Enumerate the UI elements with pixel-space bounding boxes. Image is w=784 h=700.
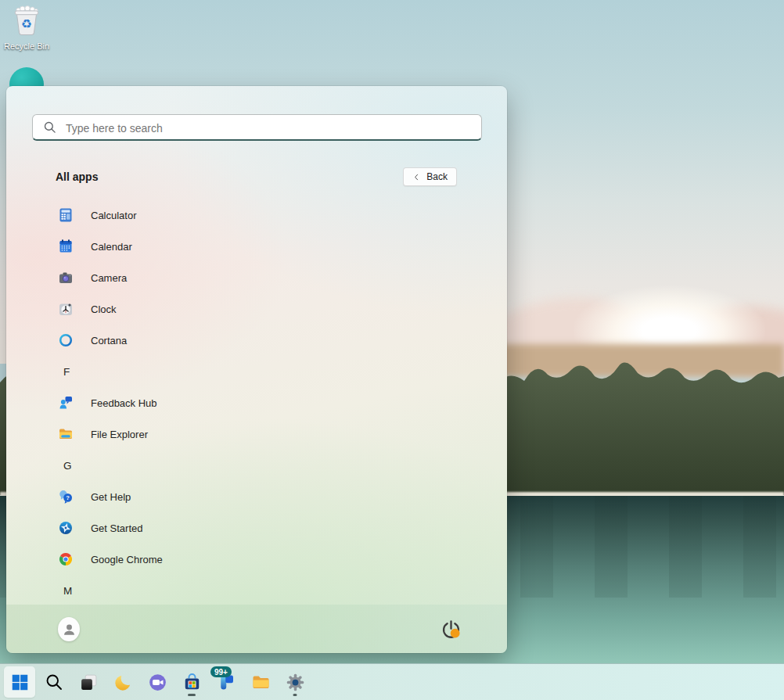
app-list-item[interactable]: Cortana bbox=[6, 325, 507, 356]
settings-button[interactable] bbox=[279, 666, 311, 698]
app-list-item[interactable]: Calendar bbox=[6, 231, 507, 262]
app-list: Calculator Calendar Camera Clock Cortana… bbox=[6, 199, 507, 606]
search-input[interactable] bbox=[64, 115, 474, 141]
gear-icon bbox=[286, 673, 305, 692]
windows-logo-icon bbox=[10, 673, 30, 692]
file-explorer-icon bbox=[58, 426, 74, 442]
power-icon bbox=[441, 619, 462, 640]
search-icon bbox=[45, 673, 64, 692]
running-app-indicator bbox=[293, 694, 297, 696]
pinned-app-moon-button[interactable] bbox=[107, 666, 138, 698]
store-icon bbox=[182, 673, 202, 692]
back-button-label: Back bbox=[426, 171, 448, 182]
app-list-item[interactable]: Google Chrome bbox=[6, 544, 507, 575]
recycle-bin-desktop-icon[interactable]: Recycle Bin bbox=[3, 5, 50, 51]
feedback-hub-icon bbox=[58, 395, 74, 411]
search-button[interactable] bbox=[38, 666, 70, 698]
start-menu: All apps Back Calculator Calendar Camera… bbox=[6, 86, 507, 653]
chevron-left-icon bbox=[412, 173, 421, 181]
user-account-button[interactable] bbox=[53, 613, 85, 644]
app-label: File Explorer bbox=[91, 429, 148, 440]
pinned-app-flag-button[interactable]: 99+ bbox=[210, 666, 242, 698]
app-list-item[interactable]: Clock bbox=[6, 293, 507, 325]
camera-icon bbox=[58, 270, 74, 285]
section-letter-label: G bbox=[63, 460, 72, 472]
clock-icon bbox=[58, 301, 74, 317]
app-list-item[interactable]: Get Started bbox=[6, 512, 507, 544]
cortana-icon bbox=[58, 332, 74, 348]
folder-icon bbox=[251, 673, 271, 692]
app-list-item[interactable]: File Explorer bbox=[6, 418, 507, 450]
running-app-indicator bbox=[188, 694, 196, 696]
app-section-letter[interactable]: M bbox=[6, 575, 507, 606]
app-label: Get Started bbox=[91, 522, 142, 534]
recycle-bin-icon bbox=[10, 5, 43, 38]
avatar bbox=[58, 617, 80, 641]
get-started-icon bbox=[58, 520, 74, 536]
app-label: Cortana bbox=[91, 335, 127, 346]
all-apps-title: All apps bbox=[56, 171, 98, 183]
app-list-item[interactable]: Feedback Hub bbox=[6, 387, 507, 418]
start-button[interactable] bbox=[4, 666, 35, 698]
app-label: Clock bbox=[91, 303, 117, 315]
start-search-box[interactable] bbox=[32, 114, 482, 141]
microsoft-store-button[interactable] bbox=[176, 666, 207, 698]
app-list-item[interactable]: Get Help bbox=[6, 481, 507, 512]
taskbar: 99+ bbox=[0, 663, 784, 700]
pinned-app-video-chat-button[interactable] bbox=[142, 666, 173, 698]
section-letter-label: F bbox=[63, 366, 70, 378]
calendar-icon bbox=[58, 239, 74, 254]
app-list-item[interactable]: Calculator bbox=[6, 199, 507, 231]
recycle-bin-label: Recycle Bin bbox=[3, 41, 50, 51]
app-label: Calendar bbox=[91, 241, 132, 253]
section-letter-label: M bbox=[63, 585, 72, 597]
app-label: Calculator bbox=[91, 210, 137, 221]
power-button[interactable] bbox=[435, 613, 466, 644]
google-chrome-icon bbox=[58, 551, 74, 567]
app-section-letter[interactable]: G bbox=[6, 450, 507, 481]
task-view-button[interactable] bbox=[73, 666, 104, 698]
app-label: Feedback Hub bbox=[91, 397, 157, 409]
calculator-icon bbox=[58, 207, 74, 223]
app-section-letter[interactable]: F bbox=[6, 356, 507, 387]
all-apps-header: All apps Back bbox=[6, 167, 507, 189]
back-button[interactable]: Back bbox=[403, 167, 457, 186]
app-label: Camera bbox=[91, 272, 127, 284]
app-label: Get Help bbox=[91, 491, 131, 503]
notification-badge: 99+ bbox=[210, 666, 232, 677]
start-menu-footer bbox=[6, 605, 507, 653]
get-help-icon bbox=[58, 489, 74, 504]
task-view-icon bbox=[79, 673, 99, 692]
search-icon bbox=[43, 120, 57, 135]
app-list-item[interactable]: Camera bbox=[6, 262, 507, 293]
video-chat-icon bbox=[148, 673, 167, 692]
app-label: Google Chrome bbox=[91, 554, 163, 565]
moon-icon bbox=[113, 673, 133, 692]
person-icon bbox=[61, 621, 77, 637]
file-explorer-button[interactable] bbox=[245, 666, 276, 698]
desktop[interactable]: Recycle Bin All apps Back Calculator Cal… bbox=[0, 0, 784, 700]
